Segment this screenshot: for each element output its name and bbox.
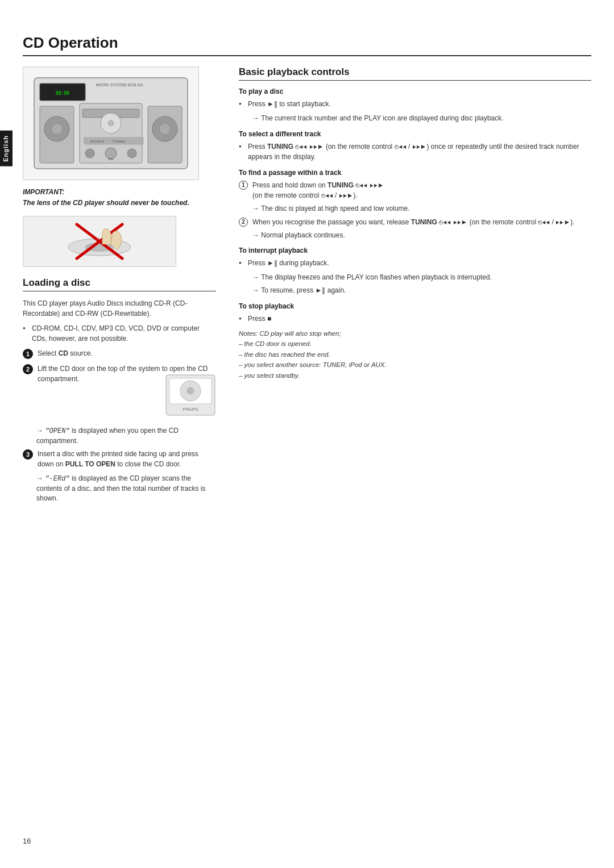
notes-line-1: – the CD door is opened. xyxy=(239,339,591,349)
step-2-arrow: "OPEN" is displayed when you open the CD… xyxy=(23,426,216,446)
important-box: IMPORTANT: The lens of the CD player sho… xyxy=(23,188,216,208)
no-touch-image xyxy=(23,216,176,267)
step-2: 2 Lift the CD door on the top of the sys… xyxy=(23,364,216,422)
stop-header: To stop playback xyxy=(239,302,591,310)
page-title: CD Operation xyxy=(23,34,591,56)
subsection-interrupt: To interrupt playback Press ►‖ during pl… xyxy=(239,247,591,295)
notes-header: Notes: CD play will also stop when; xyxy=(239,328,591,339)
select-track-list: Press TUNING ⎋◀◀ ▶▶► (on the remote cont… xyxy=(239,141,591,162)
interrupt-arrow-2: To resume, press ►‖ again. xyxy=(239,286,591,295)
svg-text:VOL: VOL xyxy=(108,157,114,161)
notes-line-3: – you select another source: TUNER, iPod… xyxy=(239,360,591,370)
step-1: 1 Select CD source. xyxy=(23,348,216,359)
svg-text:SOURCE: SOURCE xyxy=(90,140,105,143)
svg-point-18 xyxy=(127,149,136,158)
step-1-number: 1 xyxy=(23,349,33,359)
subsection-play: To play a disc Press ►‖ to start playbac… xyxy=(239,87,591,123)
passage-step-1: 1 Press and hold down on TUNING ⎋◀◀ ▶▶► … xyxy=(239,180,591,201)
step-3-number: 3 xyxy=(23,449,33,460)
step-2-text: Lift the CD door on the top of the syste… xyxy=(38,364,216,422)
step-2-number: 2 xyxy=(23,364,33,374)
cd-types-list: CD-ROM, CD-I, CDV, MP3 CD, VCD, DVD or c… xyxy=(23,323,216,344)
cd-types-item: CD-ROM, CD-I, CDV, MP3 CD, VCD, DVD or c… xyxy=(23,323,216,344)
svg-text:00:00: 00:00 xyxy=(56,91,69,96)
play-list: Press ►‖ to start playback. xyxy=(239,99,591,109)
find-passage-header: To find a passage within a track xyxy=(239,169,591,177)
play-header: To play a disc xyxy=(239,87,591,95)
step-1-text: Select CD source. xyxy=(38,348,216,358)
svg-point-9 xyxy=(159,123,171,135)
step-3-arrow: "-ERd" is displayed as the CD player sca… xyxy=(23,474,216,503)
stop-list: Press ■ xyxy=(239,314,591,324)
notes-line-4: – you select standby. xyxy=(239,370,591,381)
interrupt-header: To interrupt playback xyxy=(239,247,591,254)
loading-body: This CD player plays Audio Discs includi… xyxy=(23,298,216,319)
svg-text:TUNING: TUNING xyxy=(113,140,126,143)
important-text: The lens of the CD player should never b… xyxy=(23,198,216,208)
passage-step-2-text: When you recognise the passage you want,… xyxy=(252,217,591,227)
play-arrow: The current track number and the PLAY ic… xyxy=(239,114,591,123)
svg-point-28 xyxy=(187,387,194,394)
passage-step-1-num: 1 xyxy=(239,181,248,190)
device-image: 00:00 MICRO SYSTEM DCB-GS xyxy=(23,66,199,180)
stop-item: Press ■ xyxy=(239,314,591,324)
page-number: 16 xyxy=(23,837,31,845)
subsection-select-track: To select a different track Press TUNING… xyxy=(239,130,591,162)
basic-controls-header: Basic playback controls xyxy=(239,66,591,81)
left-column: 00:00 MICRO SYSTEM DCB-GS xyxy=(23,66,216,507)
subsection-find-passage: To find a passage within a track 1 Press… xyxy=(239,169,591,240)
play-item: Press ►‖ to start playback. xyxy=(239,99,591,109)
svg-point-17 xyxy=(85,149,94,158)
passage-step-1-arrow: The disc is played at high speed and low… xyxy=(239,204,591,214)
svg-point-6 xyxy=(51,123,63,135)
passage-step-2-arrow: Normal playback continues. xyxy=(239,231,591,240)
step-3: 3 Insert a disc with the printed side fa… xyxy=(23,449,216,469)
passage-step-2: 2 When you recognise the passage you wan… xyxy=(239,217,591,227)
loading-section: Loading a disc This CD player plays Audi… xyxy=(23,277,216,503)
select-track-item: Press TUNING ⎋◀◀ ▶▶► (on the remote cont… xyxy=(239,141,591,162)
svg-point-13 xyxy=(108,120,114,126)
interrupt-arrow-1: The display freezes and the PLAY icon fl… xyxy=(239,273,591,282)
svg-text:MICRO SYSTEM DCB-GS: MICRO SYSTEM DCB-GS xyxy=(96,83,143,87)
right-column: Basic playback controls To play a disc P… xyxy=(239,66,591,507)
notes-line-2: – the disc has reached the end. xyxy=(239,349,591,360)
notes-section: Notes: CD play will also stop when; – th… xyxy=(239,328,591,381)
language-tab: English xyxy=(0,131,13,166)
loading-header: Loading a disc xyxy=(23,277,216,291)
interrupt-item: Press ►‖ during playback. xyxy=(239,258,591,268)
passage-step-1-text: Press and hold down on TUNING ⎋◀◀ ▶▶► (o… xyxy=(252,180,591,201)
svg-text:PHILIPS: PHILIPS xyxy=(183,407,198,411)
subsection-stop: To stop playback Press ■ xyxy=(239,302,591,324)
interrupt-list: Press ►‖ during playback. xyxy=(239,258,591,268)
important-label: IMPORTANT: xyxy=(23,188,216,196)
step-3-text: Insert a disc with the printed side faci… xyxy=(38,449,216,469)
passage-step-2-num: 2 xyxy=(239,218,248,227)
select-track-header: To select a different track xyxy=(239,130,591,138)
